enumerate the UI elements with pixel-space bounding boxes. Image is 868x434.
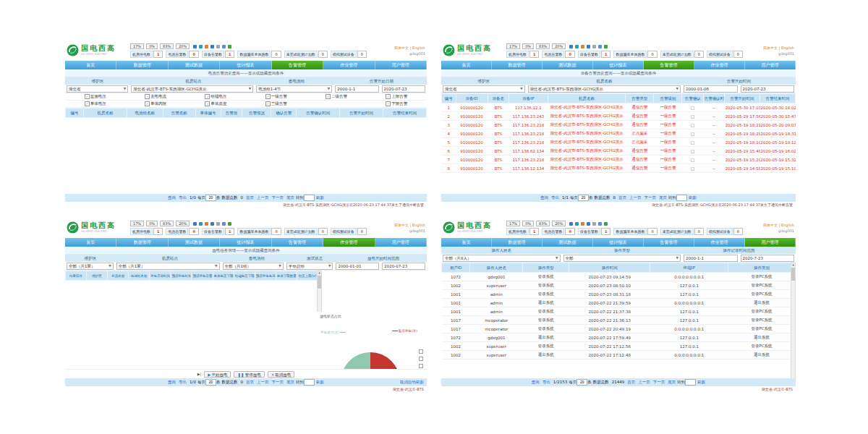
date-from-input[interactable]: 2000-01-06: [684, 85, 737, 93]
table-row[interactable]: 1001admin登录系统2020-07-22 21:37:38127.0.0.…: [442, 307, 796, 316]
date-from-input[interactable]: 2000-1-1: [335, 85, 378, 93]
nav-tab[interactable]: 告警管理: [272, 61, 323, 69]
table-row[interactable]: 1072gdxg001退出系统2020-07-22 17:59:49127.0.…: [442, 333, 796, 342]
refresh-link[interactable]: 刷新: [316, 380, 324, 384]
goto-page-input[interactable]: [304, 195, 315, 201]
nav-tab[interactable]: 首页: [441, 61, 492, 69]
checkbox-option[interactable]: ✓三级告警: [246, 101, 306, 107]
checkbox-option[interactable]: ✓充电电流: [125, 93, 185, 100]
battery-icon[interactable]: [587, 222, 590, 226]
table-row[interactable]: 7910000120BTS117.136.23.218湖北省-武汉市-BTS-东…: [442, 156, 796, 164]
restore-icon[interactable]: [419, 364, 423, 368]
scrollbar-thumb[interactable]: [318, 276, 321, 289]
nav-tab[interactable]: 作业管理: [694, 238, 745, 247]
refresh-link[interactable]: 刷新: [316, 195, 324, 200]
nav-tab[interactable]: 用户管理: [375, 238, 427, 247]
table-row[interactable]: 1910000120BTS117.136.12.1湖北省-武汉市-BTS-东西湖…: [442, 103, 796, 112]
battery-icon[interactable]: [587, 45, 590, 48]
phone-icon[interactable]: [222, 45, 226, 48]
checkbox-option[interactable]: ✓单体温度: [186, 101, 246, 107]
data-view-icon[interactable]: [419, 357, 423, 361]
next-page-link[interactable]: 下一页: [271, 195, 284, 200]
checkbox-option[interactable]: ✓单体内阻: [125, 101, 185, 107]
nav-tab[interactable]: 测试数据: [542, 61, 593, 69]
language-switch[interactable]: 简体中文 | English: [380, 222, 425, 228]
export-button[interactable]: 导出: [179, 380, 187, 384]
date-to-input[interactable]: 2020-7-23: [741, 255, 794, 262]
grid-icon[interactable]: [592, 222, 596, 226]
site-select[interactable]: 湖北省-武汉市-BTS-东西湖区-GCHG演示▼: [131, 85, 253, 93]
battery-icon[interactable]: [210, 222, 214, 226]
nav-tab[interactable]: 统计报表: [220, 61, 271, 69]
nav-tab[interactable]: 数据管理: [492, 61, 542, 69]
nav-tab[interactable]: 告警管理: [644, 61, 694, 69]
refresh-icon[interactable]: [228, 222, 231, 226]
query-toggle-title[interactable]: 放电任务管理——显示或隐藏查询条件: [65, 247, 427, 255]
wifi-icon[interactable]: [575, 222, 579, 226]
table-row[interactable]: 1072gdxg001登录系统2020-07-23 09:14:590:0:0:…: [442, 273, 796, 281]
goto-page-input[interactable]: [685, 379, 696, 386]
grid-icon[interactable]: [216, 45, 220, 48]
table-row[interactable]: 3910000120BTS117.136.23.218湖北省-武汉市-BTS-东…: [442, 121, 796, 129]
prev-page-link[interactable]: 上一页: [257, 380, 269, 384]
per-page-input[interactable]: [205, 195, 216, 201]
checkbox-icon[interactable]: ✓: [326, 94, 331, 99]
alarm-icon[interactable]: [205, 222, 208, 226]
table-row[interactable]: 1017mcoperator登录系统2020-07-22 20:49:190:0…: [442, 325, 796, 333]
nav-tab[interactable]: 首页: [65, 61, 116, 69]
table-row[interactable]: 1001admin退出系统2020-07-22 21:39:590:0:0:0:…: [442, 299, 796, 307]
nav-tab[interactable]: 首页: [441, 238, 492, 247]
table-row[interactable]: 8910000120BTS117.136.12.134湖北省-武汉市-BTS-东…: [442, 164, 796, 173]
table-row[interactable]: 6910000120BTS117.136.62.134湖北省-武汉市-BTS-东…: [442, 147, 796, 156]
site-select[interactable]: 全部（共1家）▼: [116, 263, 220, 270]
nav-tab[interactable]: 作业管理: [323, 61, 375, 69]
language-switch[interactable]: 简体中文 | English: [749, 45, 794, 51]
wifi-icon[interactable]: [575, 45, 579, 48]
nav-tab[interactable]: 作业管理: [323, 238, 375, 247]
battery-group-select[interactable]: 全部（共1组）▼: [223, 263, 284, 270]
date-from-input[interactable]: 2000-01-01: [336, 263, 379, 270]
nav-tab[interactable]: 测试数据: [542, 238, 593, 247]
refresh-link[interactable]: 刷新: [689, 195, 697, 200]
checkbox-icon[interactable]: ✓: [85, 94, 90, 99]
operator-select[interactable]: 全部（共8人）▼: [443, 255, 561, 262]
goto-page-input[interactable]: [304, 379, 315, 386]
export-button[interactable]: 导出: [179, 195, 187, 200]
phone-icon[interactable]: [598, 222, 602, 226]
monitor-icon[interactable]: [569, 222, 573, 226]
alarm-icon[interactable]: [581, 222, 584, 226]
checkbox-icon[interactable]: ✓: [386, 94, 391, 99]
checkbox-option[interactable]: ✓监测电压: [65, 93, 125, 100]
nav-tab[interactable]: 用户管理: [745, 238, 796, 247]
scrollbar-thumb[interactable]: [791, 268, 795, 281]
save-image-icon[interactable]: [419, 349, 423, 354]
checkbox-option[interactable]: ✓一级告警: [246, 93, 306, 100]
nav-tab[interactable]: 数据管理: [116, 61, 168, 69]
cancel-discharge-button[interactable]: ✕取消放电: [268, 371, 295, 378]
region-select[interactable]: 湖北省▼: [67, 85, 128, 93]
export-button[interactable]: 导出: [551, 195, 559, 200]
region-select[interactable]: 全部（共1家）▼: [67, 263, 114, 270]
last-page-link[interactable]: 尾页: [659, 195, 667, 200]
language-switch[interactable]: 简体中文 | English: [380, 45, 425, 51]
checkbox-option[interactable]: ✓单体电压: [65, 101, 125, 107]
nav-tab[interactable]: 首页: [65, 238, 116, 247]
table-row[interactable]: 5910000120BTS117.136.23.218湖北省-武汉市-BTS-东…: [442, 138, 796, 147]
prev-page-link[interactable]: 上一页: [638, 380, 650, 384]
table-row[interactable]: 1001admin登录系统2020-07-23 08:31:18127.0.0.…: [442, 290, 796, 299]
export-button[interactable]: 导出: [542, 380, 550, 384]
wifi-icon[interactable]: [199, 45, 203, 48]
next-page-link[interactable]: 下一页: [653, 380, 665, 384]
grid-icon[interactable]: [592, 45, 596, 48]
refresh-icon[interactable]: [604, 45, 608, 48]
alarm-icon[interactable]: [205, 45, 208, 48]
test-state-select[interactable]: 手动启动▼: [286, 263, 333, 270]
vertical-scrollbar[interactable]: ▲: [791, 263, 796, 378]
prev-page-link[interactable]: 上一页: [629, 195, 642, 200]
battery-group-select[interactable]: 电池组1-4节▼: [256, 85, 332, 93]
nav-tab[interactable]: 数据管理: [492, 238, 542, 247]
query-button[interactable]: 查询: [168, 380, 176, 384]
refresh-icon[interactable]: [604, 222, 608, 226]
checkbox-icon[interactable]: ✓: [145, 101, 150, 106]
checkbox-icon[interactable]: ✓: [265, 101, 271, 106]
